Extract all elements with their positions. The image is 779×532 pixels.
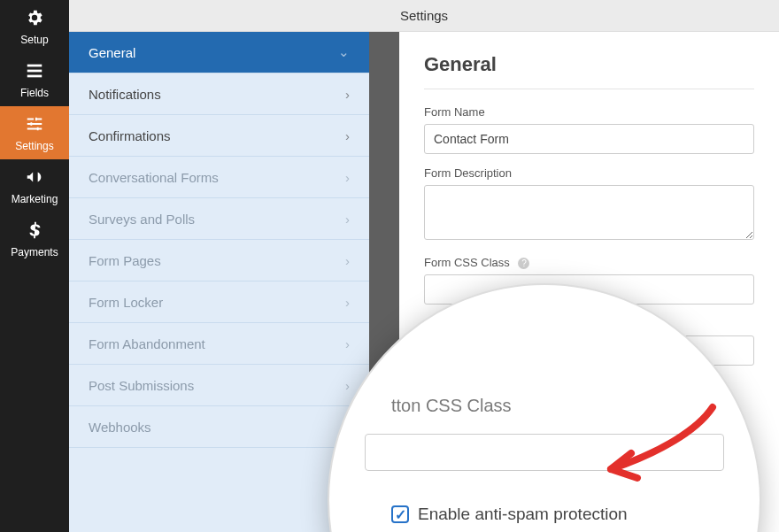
- nav-label: Payments: [11, 246, 58, 258]
- chevron-right-icon: ›: [345, 128, 350, 143]
- nav-label: Setup: [20, 34, 48, 46]
- nav-label: Marketing: [12, 193, 58, 205]
- panel-heading: General: [424, 53, 754, 89]
- fields-icon: [25, 61, 44, 83]
- settings-item-form-locker[interactable]: Form Locker ›: [69, 281, 369, 323]
- bullhorn-icon: [25, 167, 44, 189]
- chevron-right-icon: ›: [345, 253, 350, 268]
- chevron-right-icon: ›: [345, 336, 350, 351]
- gutter: [369, 32, 399, 532]
- submit-text-group: Submit Button Text: [424, 317, 754, 366]
- app-root: Setup Fields Settings Marketing Payments: [0, 0, 779, 532]
- topbar: Settings: [69, 0, 779, 32]
- page-title: Settings: [400, 8, 448, 23]
- nav-label: Settings: [15, 140, 53, 152]
- settings-item-label: Webhooks: [89, 420, 151, 435]
- settings-item-notifications[interactable]: Notifications ›: [69, 73, 369, 115]
- nav-fields[interactable]: Fields: [0, 53, 69, 106]
- nav-marketing[interactable]: Marketing: [0, 159, 69, 212]
- svg-rect-0: [27, 64, 42, 66]
- chevron-right-icon: ›: [345, 378, 350, 393]
- nav-settings[interactable]: Settings: [0, 106, 69, 159]
- form-css-label: Form CSS Class ?: [424, 256, 754, 269]
- main-area: Settings General ⌄ Notifications › Confi…: [69, 0, 779, 532]
- nav-setup[interactable]: Setup: [0, 0, 69, 53]
- svg-rect-2: [27, 74, 42, 77]
- settings-item-label: Form Locker: [89, 295, 163, 310]
- gear-icon: [25, 8, 44, 30]
- settings-item-label: Notifications: [89, 87, 161, 102]
- settings-item-form-abandonment[interactable]: Form Abandonment ›: [69, 323, 369, 365]
- settings-item-label: Surveys and Polls: [89, 212, 195, 227]
- chevron-right-icon: ›: [345, 420, 350, 435]
- chevron-right-icon: ›: [345, 87, 350, 102]
- form-desc-input[interactable]: [424, 185, 754, 240]
- chevron-right-icon: ›: [345, 212, 350, 227]
- form-name-input[interactable]: [424, 124, 754, 154]
- settings-item-label: Conversational Forms: [89, 170, 219, 185]
- settings-item-label: General: [89, 45, 135, 60]
- chevron-down-icon: ⌄: [338, 44, 350, 60]
- settings-item-label: Confirmations: [89, 128, 171, 143]
- nav-label: Fields: [20, 87, 49, 99]
- settings-item-form-pages[interactable]: Form Pages ›: [69, 240, 369, 281]
- settings-item-conversational-forms[interactable]: Conversational Forms ›: [69, 157, 369, 198]
- settings-item-label: Form Pages: [89, 253, 161, 268]
- form-desc-label: Form Description: [424, 166, 754, 180]
- settings-item-confirmations[interactable]: Confirmations ›: [69, 115, 369, 157]
- content-panel: General Form Name Form Description Form …: [399, 32, 779, 532]
- sliders-icon: [25, 114, 44, 136]
- chevron-right-icon: ›: [345, 295, 350, 310]
- submit-text-input[interactable]: [424, 335, 754, 366]
- form-css-group: Form CSS Class ?: [424, 256, 754, 305]
- dollar-icon: [25, 220, 44, 243]
- settings-item-label: Form Abandonment: [89, 336, 205, 351]
- form-desc-group: Form Description: [424, 166, 754, 243]
- form-name-label: Form Name: [424, 105, 754, 119]
- settings-item-label: Post Submissions: [89, 378, 194, 393]
- form-name-group: Form Name: [424, 105, 754, 154]
- vertical-nav: Setup Fields Settings Marketing Payments: [0, 0, 69, 532]
- help-icon[interactable]: ?: [589, 380, 600, 391]
- columns: General ⌄ Notifications › Confirmations …: [69, 32, 779, 532]
- settings-item-post-submissions[interactable]: Post Submissions ›: [69, 365, 369, 406]
- submit-proc-label: Submit Button Processing Text ?: [424, 378, 754, 391]
- nav-payments[interactable]: Payments: [0, 212, 69, 266]
- form-css-input[interactable]: [424, 274, 754, 305]
- settings-item-webhooks[interactable]: Webhooks ›: [69, 406, 369, 448]
- help-icon[interactable]: ?: [518, 258, 529, 269]
- settings-menu: General ⌄ Notifications › Confirmations …: [69, 32, 369, 532]
- submit-proc-group: Submit Button Processing Text ?: [424, 378, 754, 391]
- settings-item-general[interactable]: General ⌄: [69, 32, 369, 73]
- chevron-right-icon: ›: [345, 170, 350, 185]
- svg-rect-1: [27, 69, 42, 72]
- submit-text-label: Submit Button Text: [424, 317, 754, 330]
- settings-item-surveys-polls[interactable]: Surveys and Polls ›: [69, 198, 369, 240]
